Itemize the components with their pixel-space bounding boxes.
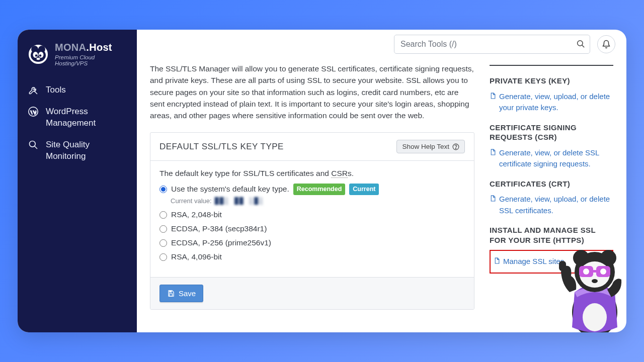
radio-rsa-4096[interactable] (159, 253, 167, 261)
svg-line-14 (582, 45, 584, 47)
panel-footer: Save (150, 277, 474, 309)
link-label: Generate, view, or delete SSL certificat… (499, 147, 613, 170)
brand-title-part1: MONA (55, 42, 86, 53)
file-icon (490, 195, 496, 216)
topbar (137, 30, 626, 54)
bell-icon (602, 40, 611, 49)
panel-lead: The default key type for SSL/TLS certifi… (159, 169, 465, 178)
section-title-csr: CERTIFICATE SIGNING REQUESTS (CSR) (490, 123, 613, 142)
save-button-label: Save (179, 289, 196, 298)
sidebar-item-site-quality[interactable]: Site Quality Monitoring (18, 134, 137, 167)
key-option-ecdsa-p384[interactable]: ECDSA, P-384 (secp384r1) (159, 223, 465, 235)
question-circle-icon (452, 143, 459, 150)
sidebar: MONA.Host Premium Cloud Hosting/VPS Tool… (18, 30, 137, 332)
sidebar-item-label: Tools (46, 84, 66, 96)
sidebar-item-wordpress[interactable]: WordPress Management (18, 101, 137, 134)
panel-title: DEFAULT SSL/TLS KEY TYPE (159, 142, 284, 152)
key-option-ecdsa-p256[interactable]: ECDSA, P-256 (prime256v1) (159, 237, 465, 249)
option-label: Use the system's default key type. (171, 183, 289, 195)
link-private-keys[interactable]: Generate, view, upload, or delete your p… (490, 91, 613, 114)
panel-body: The default key type for SSL/TLS certifi… (150, 160, 474, 277)
sidebar-item-label: WordPress Management (46, 106, 127, 129)
content: The SSL/TLS Manager will allow you to ge… (137, 54, 626, 322)
option-label: ECDSA, P-256 (prime256v1) (171, 237, 271, 249)
current-value-label: Current value: (171, 197, 212, 205)
svg-point-9 (37, 57, 40, 59)
highlighted-link-box: Manage SSL sites. (490, 250, 613, 274)
search-wrapper (394, 35, 590, 54)
panel-header: DEFAULT SSL/TLS KEY TYPE Show Help Text (150, 133, 474, 160)
link-label: Manage SSL sites. (503, 256, 566, 267)
key-option-system-default[interactable]: Use the system's default key type. Recom… (159, 183, 465, 195)
option-label: ECDSA, P-384 (secp384r1) (171, 223, 267, 235)
section-title-install-ssl: INSTALL AND MANAGE SSL FOR YOUR SITE (HT… (490, 225, 613, 245)
svg-rect-17 (169, 291, 172, 293)
notifications-button[interactable] (597, 35, 615, 53)
radio-ecdsa-p384[interactable] (159, 225, 167, 233)
option-label: RSA, 2,048-bit (171, 209, 222, 221)
sidebar-nav: Tools WordPress Management Site Quality … (18, 79, 137, 167)
main-area: The SSL/TLS Manager will allow you to ge… (137, 30, 626, 332)
svg-point-8 (39, 54, 42, 57)
svg-line-12 (35, 146, 37, 148)
file-icon (490, 92, 496, 114)
brand-title: MONA.Host (55, 42, 127, 53)
link-manage-ssl-sites[interactable]: Manage SSL sites. (494, 256, 609, 267)
right-divider (490, 65, 613, 66)
svg-point-16 (455, 148, 456, 148)
key-type-panel: DEFAULT SSL/TLS KEY TYPE Show Help Text … (150, 132, 474, 310)
current-value-row: Current value: ██░ ██ ░█░ (171, 197, 465, 205)
intro-text: The SSL/TLS Manager will allow you to ge… (150, 63, 474, 121)
app-window: MONA.Host Premium Cloud Hosting/VPS Tool… (18, 30, 626, 332)
recommended-badge: Recommended (293, 184, 346, 195)
file-icon (490, 148, 496, 170)
key-option-rsa-4096[interactable]: RSA, 4,096-bit (159, 251, 465, 263)
help-button-label: Show Help Text (402, 143, 449, 150)
svg-point-7 (35, 54, 38, 57)
link-label: Generate, view, upload, or delete SSL ce… (499, 194, 613, 216)
link-csr[interactable]: Generate, view, or delete SSL certificat… (490, 147, 613, 170)
brand-logo-icon (28, 44, 49, 65)
search-input[interactable] (394, 35, 590, 54)
section-title-crt: CERTIFICATES (CRT) (490, 179, 613, 189)
current-badge: Current (349, 184, 379, 195)
left-column: The SSL/TLS Manager will allow you to ge… (150, 63, 474, 310)
svg-rect-18 (169, 294, 172, 296)
tools-icon (28, 84, 39, 96)
sidebar-item-label: Site Quality Monitoring (46, 139, 127, 162)
show-help-button[interactable]: Show Help Text (396, 140, 465, 153)
brand-tagline: Premium Cloud Hosting/VPS (55, 54, 127, 66)
radio-ecdsa-p256[interactable] (159, 239, 167, 247)
save-button[interactable]: Save (159, 285, 203, 302)
wordpress-icon (28, 106, 39, 117)
option-label: RSA, 4,096-bit (171, 251, 222, 263)
link-crt[interactable]: Generate, view, upload, or delete SSL ce… (490, 194, 613, 216)
file-icon (494, 257, 500, 267)
link-label: Generate, view, upload, or delete your p… (499, 91, 613, 114)
radio-rsa-2048[interactable] (159, 211, 167, 219)
save-icon (167, 290, 175, 297)
radio-system-default[interactable] (159, 186, 167, 193)
brand-title-part2: .Host (86, 42, 112, 53)
magnifier-icon (28, 139, 39, 150)
search-icon[interactable] (576, 39, 585, 48)
section-title-private-keys: PRIVATE KEYS (KEY) (490, 76, 613, 86)
current-value-masked: ██░ ██ ░█░ (215, 197, 264, 205)
right-column: PRIVATE KEYS (KEY) Generate, view, uploa… (490, 63, 613, 310)
sidebar-item-tools[interactable]: Tools (18, 79, 137, 101)
key-option-rsa-2048[interactable]: RSA, 2,048-bit (159, 209, 465, 221)
brand-block: MONA.Host Premium Cloud Hosting/VPS (18, 42, 137, 79)
